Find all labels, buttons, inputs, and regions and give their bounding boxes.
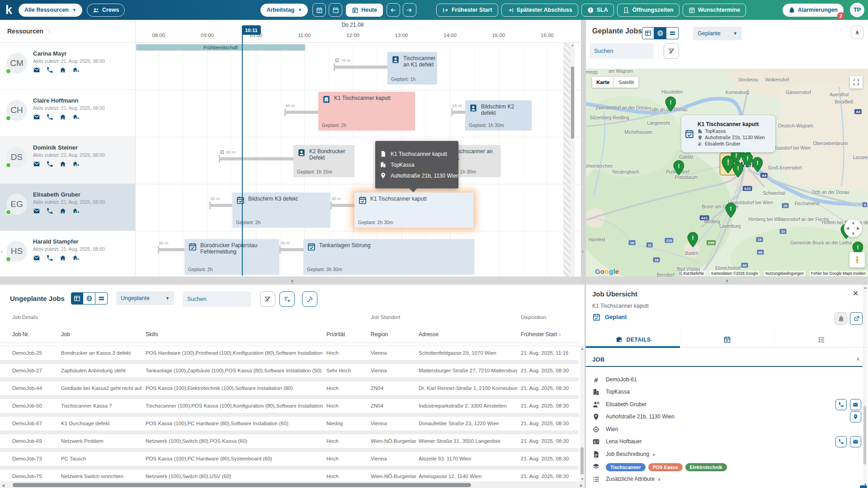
phone-icon[interactable] <box>46 254 53 262</box>
day-mode-dropdown[interactable]: Arbeitstag▼ <box>260 4 308 17</box>
user-avatar[interactable]: TP <box>850 3 864 17</box>
sort-asc-icon[interactable]: ↑ <box>48 28 51 35</box>
job-alert-button[interactable] <box>835 312 847 325</box>
drive-home-icon[interactable] <box>72 207 80 215</box>
pan-left-icon[interactable]: ◀ <box>846 226 849 230</box>
tab-checklist[interactable] <box>774 332 868 347</box>
map-job-pin[interactable]: ! <box>665 96 676 112</box>
map-job-pin[interactable]: ! <box>687 232 698 247</box>
collapse-panel-button[interactable]: ∧ <box>851 26 863 38</box>
map-type-button[interactable]: Karte <box>592 77 614 88</box>
gantt-job[interactable]: Bürodrucker Papierstau FehlermeldungGepl… <box>184 239 279 275</box>
prev-day-button[interactable] <box>387 3 400 17</box>
pan-up-icon[interactable]: ▲ <box>851 221 855 225</box>
table-row[interactable]: DemoJob-67K1 Durchsage defektPOS Kassa (… <box>0 416 579 431</box>
column-header-region[interactable]: Region <box>371 331 388 338</box>
pan-down-icon[interactable]: ▼ <box>851 231 855 236</box>
table-row[interactable]: DemoJob-44Geldlade bei Kassa2 geht nicht… <box>0 381 579 396</box>
table-row[interactable]: DemoJob-75Netzwerk Switch einrichtenNetz… <box>0 469 579 482</box>
detail-value[interactable]: Job Beschreibung∨ <box>606 451 656 457</box>
home-icon[interactable] <box>59 113 66 121</box>
table-row[interactable]: DemoJob-25Bondrucker an Kassa 3 defektPO… <box>0 346 579 361</box>
phone-icon[interactable] <box>46 160 53 168</box>
latest-end-button[interactable]: Spätester Abschluss <box>501 4 578 17</box>
table-scrollbar-thumb[interactable] <box>580 447 584 474</box>
gantt-job[interactable]: K2 Bondrucker DefektGeplant: 1h 15m <box>293 145 354 177</box>
open-job-button[interactable] <box>850 312 863 325</box>
column-header-adresse[interactable]: Adresse <box>419 331 439 338</box>
resource-card[interactable]: HSHarald StampferAktiv zuletzt: 21. Aug.… <box>0 231 135 278</box>
overview-scrollbar-thumb[interactable] <box>863 406 866 465</box>
fullscreen-button[interactable] <box>850 76 863 89</box>
expand-icon[interactable]: ∨ <box>652 452 656 457</box>
table-row[interactable]: DemoJob-73PC TauschPOS Kassa (100),PC Ha… <box>0 451 579 466</box>
map-job-pin[interactable]: ! <box>725 202 736 218</box>
resource-card[interactable]: CMCarina MayrAktiv zuletzt: 21. Aug. 202… <box>0 43 135 90</box>
clear-filter-button[interactable] <box>664 43 679 59</box>
pan-right-icon[interactable]: ▶ <box>857 226 860 230</box>
phone-icon[interactable] <box>46 113 53 121</box>
scroll-down-icon[interactable]: ▼ <box>580 477 584 481</box>
call-button[interactable] <box>835 436 847 447</box>
map-job-pin[interactable]: ! <box>752 157 763 172</box>
resource-card[interactable]: CHClaire HoffmannAktiv zuletzt: 21. Aug.… <box>0 90 135 137</box>
opening-hours-button[interactable]: Öffnungszeiten <box>617 4 679 17</box>
clear-filter-button[interactable] <box>260 291 275 307</box>
scroll-left-icon[interactable]: ◀ <box>2 483 5 488</box>
earliest-start-button[interactable]: Frühester Start <box>436 4 498 17</box>
gantt-job[interactable]: Bildschirm K2 defektGeplant: 1h 30m <box>465 100 532 131</box>
unplanned-filter-dropdown[interactable]: Ungeplante▼ <box>116 291 174 305</box>
gantt-job[interactable]: Tankanlagen StörungGeplant: 3h 30m <box>303 239 474 275</box>
drive-home-icon[interactable] <box>72 160 80 168</box>
column-header-skills[interactable]: Skills <box>146 331 158 338</box>
collapse-section-icon[interactable]: ∧ <box>856 356 860 362</box>
detail-value[interactable]: Zusätzliche Attribute∨ <box>606 476 661 482</box>
calendar-sync-button[interactable] <box>312 3 326 17</box>
mail-icon[interactable] <box>33 160 40 168</box>
unplanned-search-input[interactable] <box>183 291 251 307</box>
resource-card[interactable]: DSDominik SteinerAktiv zuletzt: 21. Aug.… <box>0 137 135 184</box>
home-icon[interactable] <box>59 207 66 215</box>
home-icon[interactable] <box>59 160 66 168</box>
table-row[interactable]: DemoJob-50Tischscanner Kassa 7Tischscann… <box>0 399 579 413</box>
planned-search-input[interactable] <box>590 43 654 59</box>
phone-icon[interactable] <box>46 66 53 74</box>
planned-filter-dropdown[interactable]: Geplante▼ <box>693 27 742 40</box>
tab-schedule[interactable] <box>680 332 774 347</box>
map[interactable]: rateneggam WagramHausleitenStockerauWolk… <box>586 69 868 277</box>
gantt-job[interactable]: K1 Tischscanner kaputtGeplant: 2h 30m <box>354 192 473 228</box>
table-hscrollbar-thumb[interactable] <box>13 483 471 487</box>
phone-icon[interactable] <box>46 207 53 215</box>
calendar-picker-button[interactable] <box>329 3 342 17</box>
scroll-right-icon[interactable]: ▶ <box>580 483 583 488</box>
wish-dates-button[interactable]: Wunschtermine <box>683 4 746 17</box>
map-pan-control[interactable]: ▲ ▼ ◀ ▶ <box>844 219 862 237</box>
scroll-up-icon[interactable]: ▲ <box>580 347 584 351</box>
satellite-type-button[interactable]: Satellit <box>614 77 638 88</box>
column-header-job-nr-[interactable]: Job Nr. <box>12 331 29 338</box>
table-row[interactable]: DemoJob-69Netzwerk ProblemNetzwerk (100)… <box>0 434 579 449</box>
sla-button[interactable]: SLA <box>581 4 614 17</box>
mail-button[interactable] <box>850 436 861 447</box>
mail-icon[interactable] <box>33 207 40 215</box>
home-icon[interactable] <box>59 254 66 262</box>
column-header-priorit-t[interactable]: Priorität <box>326 331 345 338</box>
tab-details[interactable]: DETAILS <box>586 332 680 347</box>
gantt-job[interactable]: K1 Tischscanner kaputtGeplant: 2h <box>318 92 415 131</box>
drive-home-icon[interactable] <box>72 66 80 74</box>
map-view-button[interactable] <box>654 27 666 39</box>
alerts-button[interactable]: Alarmierungen <box>783 4 844 17</box>
table-view-button[interactable] <box>71 292 83 305</box>
mail-icon[interactable] <box>33 254 40 262</box>
map-job-pin[interactable]: ! <box>673 160 684 175</box>
mail-icon[interactable] <box>33 66 40 74</box>
gantt-scrollbar-thumb[interactable] <box>571 66 574 139</box>
clear-sort-button[interactable] <box>279 291 295 307</box>
column-header-fr-hester-start[interactable]: Frühester Start ↓ <box>521 331 561 338</box>
resources-filter-dropdown[interactable]: Alle Ressourcen▼ <box>19 4 82 17</box>
drive-home-icon[interactable] <box>72 254 80 262</box>
mail-button[interactable] <box>850 399 861 410</box>
map-view-button[interactable] <box>83 292 95 305</box>
list-view-button[interactable] <box>666 27 679 39</box>
expand-left-panel-handle[interactable]: › <box>1 249 3 254</box>
